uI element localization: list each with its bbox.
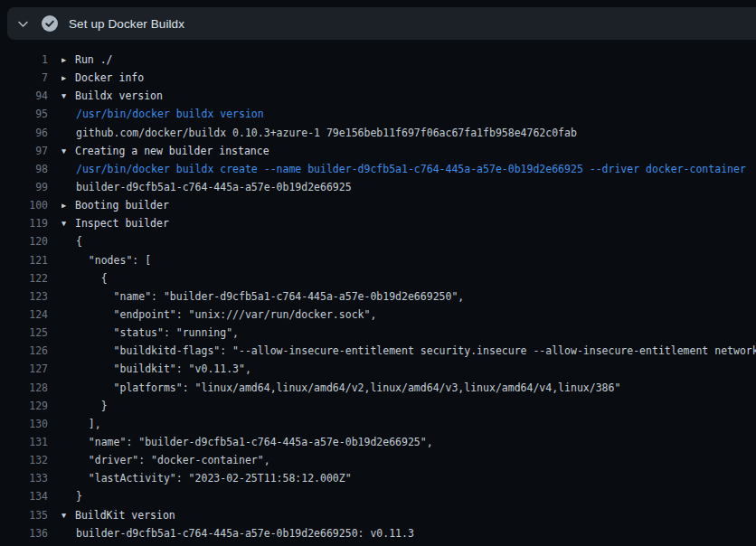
log-line: 122 { (0, 269, 756, 287)
log-line: 97 ▼Creating a new builder instance (0, 142, 756, 160)
log-line: 130 ], (0, 415, 756, 433)
log-line-text: "driver": "docker-container", (76, 454, 270, 466)
log-line-text: Run ./ (75, 53, 113, 66)
line-number[interactable]: 130 (0, 415, 48, 433)
log-line: 94 ▼Buildx version (0, 87, 756, 105)
group-expanded-icon[interactable]: ▼ (61, 87, 75, 105)
log-line: 95 /usr/bin/docker buildx version (0, 105, 756, 123)
log-line-text: Docker info (75, 71, 144, 84)
log-line: 119 ▼Inspect builder (0, 214, 756, 232)
group-collapsed-icon[interactable]: ▶ (61, 51, 75, 69)
log-line-text: "status": "running", (76, 326, 239, 339)
line-number[interactable]: 132 (0, 451, 48, 469)
log-line: 128 "platforms": "linux/amd64,linux/amd6… (0, 379, 756, 397)
log-line-text: "name": "builder-d9cfb5a1-c764-445a-a57e… (76, 290, 464, 303)
line-number[interactable]: 129 (0, 397, 48, 415)
log-line-text: github.com/docker/buildx 0.10.3+azure-1 … (76, 127, 577, 139)
line-number[interactable]: 124 (0, 306, 48, 324)
log-line-text: "nodes": [ (76, 254, 151, 267)
log-line: 99 builder-d9cfb5a1-c764-445a-a57e-0b19d… (0, 178, 756, 196)
line-number[interactable]: 94 (0, 87, 48, 105)
group-collapsed-icon[interactable]: ▶ (61, 196, 75, 214)
step-title: Set up Docker Buildx (69, 17, 184, 31)
log-line: 96 github.com/docker/buildx 0.10.3+azure… (0, 124, 756, 142)
actions-log-viewer: Set up Docker Buildx 1 ▶Run ./ 7 ▶Docker… (0, 0, 756, 546)
line-number[interactable]: 121 (0, 251, 48, 269)
log-line: 132 "driver": "docker-container", (0, 451, 756, 469)
log-line: 1 ▶Run ./ (0, 51, 756, 69)
log-line-text: Creating a new builder instance (75, 145, 269, 157)
group-collapsed-icon[interactable]: ▶ (61, 69, 75, 87)
line-number[interactable]: 125 (0, 324, 48, 342)
line-number[interactable]: 133 (0, 469, 48, 487)
log-line-text: { (76, 235, 82, 248)
log-line: 126 "buildkitd-flags": "--allow-insecure… (0, 342, 756, 360)
log-line: 121 "nodes": [ (0, 251, 756, 269)
line-number[interactable]: 122 (0, 269, 48, 287)
group-expanded-icon[interactable]: ▼ (61, 506, 75, 524)
line-number[interactable]: 126 (0, 342, 48, 360)
line-number[interactable]: 119 (0, 214, 48, 232)
line-number[interactable]: 97 (0, 142, 48, 160)
log-line: 125 "status": "running", (0, 324, 756, 342)
line-number[interactable]: 99 (0, 178, 48, 196)
log-line-text: "buildkitd-flags": "--allow-insecure-ent… (76, 344, 756, 357)
log-line: 129 } (0, 397, 756, 415)
group-expanded-icon[interactable]: ▼ (61, 142, 75, 160)
log-line: 134 } (0, 487, 756, 505)
step-success-check-icon (42, 15, 58, 32)
log-line-text: "endpoint": "unix:///var/run/docker.sock… (76, 308, 376, 321)
log-line-text: /usr/bin/docker buildx version (76, 108, 264, 120)
log-line-text: "lastActivity": "2023-02-25T11:58:12.000… (76, 472, 352, 485)
line-number[interactable]: 1 (0, 51, 48, 69)
log-line-text: } (76, 400, 108, 412)
log-line-text: builder-d9cfb5a1-c764-445a-a57e-0b19d2e6… (76, 181, 352, 193)
log-line-text: BuildKit version (75, 509, 175, 522)
log-line-text: builder-d9cfb5a1-c764-445a-a57e-0b19d2e6… (76, 527, 414, 540)
log-line: 136 builder-d9cfb5a1-c764-445a-a57e-0b19… (0, 524, 756, 542)
line-number[interactable]: 136 (0, 524, 48, 542)
line-number[interactable]: 127 (0, 360, 48, 378)
line-number[interactable]: 98 (0, 160, 48, 178)
group-expanded-icon[interactable]: ▼ (61, 214, 75, 232)
log-line-text: { (76, 272, 108, 285)
line-number[interactable]: 7 (0, 69, 48, 87)
log-line-text: Inspect builder (75, 217, 169, 230)
step-header[interactable]: Set up Docker Buildx (7, 7, 756, 40)
log-line-text: "platforms": "linux/amd64,linux/amd64/v2… (76, 381, 620, 394)
log-line: 123 "name": "builder-d9cfb5a1-c764-445a-… (0, 287, 756, 306)
log-line: 133 "lastActivity": "2023-02-25T11:58:12… (0, 469, 756, 487)
line-number[interactable]: 123 (0, 287, 48, 306)
line-number[interactable]: 120 (0, 232, 48, 250)
log-line-text: Buildx version (75, 89, 163, 102)
line-number[interactable]: 128 (0, 379, 48, 397)
line-number[interactable]: 135 (0, 506, 48, 524)
log-line: 100 ▶Booting builder (0, 196, 756, 214)
log-line: 127 "buildkit": "v0.11.3", (0, 360, 756, 378)
log-line-text: "name": "builder-d9cfb5a1-c764-445a-a57e… (76, 436, 433, 448)
log-line-text: "buildkit": "v0.11.3", (76, 362, 251, 375)
log-line-text: Booting builder (75, 199, 169, 212)
log-line-text: /usr/bin/docker buildx create --name bui… (76, 163, 746, 175)
log-line-text: } (76, 490, 82, 503)
line-number[interactable]: 95 (0, 105, 48, 123)
log-line: 98 /usr/bin/docker buildx create --name … (0, 160, 756, 178)
collapse-step-button[interactable] (7, 7, 38, 40)
log-line: 124 "endpoint": "unix:///var/run/docker.… (0, 306, 756, 324)
chevron-down-icon (17, 18, 29, 30)
log-line-text: ], (76, 418, 101, 430)
log-line: 131 "name": "builder-d9cfb5a1-c764-445a-… (0, 433, 756, 451)
log-line: 120 { (0, 232, 756, 250)
line-number[interactable]: 100 (0, 196, 48, 214)
log-container[interactable]: 1 ▶Run ./ 7 ▶Docker info 94 ▼Buildx vers… (0, 40, 756, 546)
log-line: 7 ▶Docker info (0, 69, 756, 87)
line-number[interactable]: 96 (0, 124, 48, 142)
line-number[interactable]: 131 (0, 433, 48, 451)
line-number[interactable]: 134 (0, 487, 48, 505)
log-line: 135 ▼BuildKit version (0, 506, 756, 524)
